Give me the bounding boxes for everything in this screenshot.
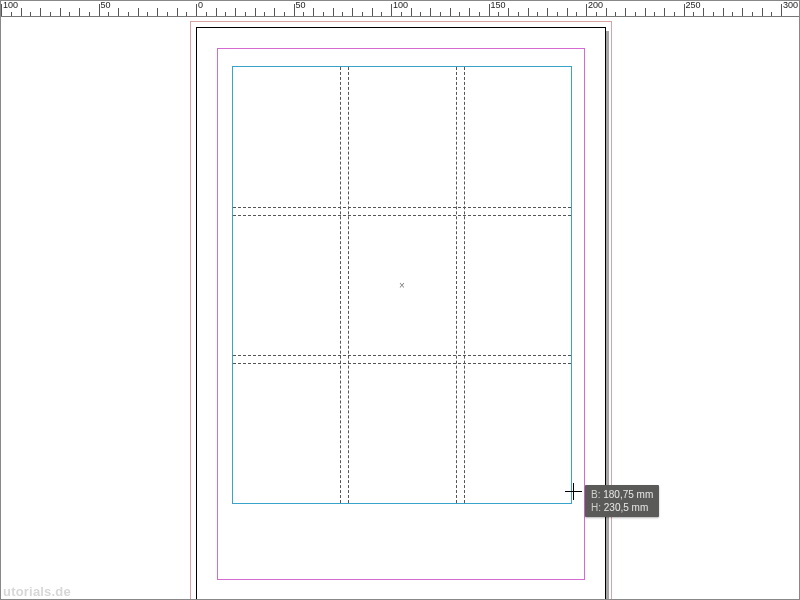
ruler-tick — [69, 12, 70, 16]
ruler-tick — [40, 8, 41, 16]
tooltip-height-label: H: — [591, 502, 601, 513]
row-guide — [233, 215, 571, 216]
ruler-tick — [216, 8, 217, 16]
watermark: utorials.de — [3, 584, 71, 599]
ruler-tick — [498, 12, 499, 16]
ruler-tick — [742, 8, 743, 16]
page[interactable]: × — [196, 27, 606, 600]
tooltip-width-value: 180,75 mm — [603, 489, 653, 500]
ruler-label: 50 — [296, 0, 306, 10]
ruler-tick — [635, 12, 636, 16]
ruler-tick — [118, 8, 119, 16]
ruler-tick — [537, 12, 538, 16]
ruler-tick — [206, 12, 207, 16]
frame-center-mark: × — [398, 281, 407, 290]
ruler-tick — [732, 12, 733, 16]
ruler-tick — [596, 12, 597, 16]
ruler-tick — [762, 8, 763, 16]
ruler-tick — [147, 12, 148, 16]
ruler-tick — [674, 12, 675, 16]
dimension-tooltip: B: 180,75 mm H: 230,5 mm — [585, 485, 659, 517]
ruler-tick — [381, 12, 382, 16]
ruler-tick — [196, 4, 197, 16]
ruler-label: 50 — [101, 0, 111, 10]
ruler-label: 100 — [393, 0, 408, 10]
ruler-horizontal[interactable]: 10050050100150200250300 — [1, 1, 800, 17]
ruler-tick — [645, 8, 646, 16]
ruler-tick — [274, 8, 275, 16]
ruler-tick — [625, 8, 626, 16]
ruler-tick — [264, 12, 265, 16]
ruler-label: 150 — [491, 0, 506, 10]
ruler-tick — [752, 12, 753, 16]
ruler-tick — [411, 8, 412, 16]
ruler-tick — [547, 8, 548, 16]
ruler-tick — [489, 4, 490, 16]
ruler-label: 200 — [588, 0, 603, 10]
ruler-tick — [138, 8, 139, 16]
ruler-tick — [713, 12, 714, 16]
tooltip-height-value: 230,5 mm — [604, 502, 648, 513]
ruler-label: 250 — [686, 0, 701, 10]
ruler-tick — [771, 12, 772, 16]
ruler-tick — [684, 4, 685, 16]
ruler-tick — [323, 12, 324, 16]
ruler-tick — [157, 8, 158, 16]
ruler-tick — [99, 4, 100, 16]
ruler-label: 0 — [198, 0, 203, 10]
ruler-tick — [50, 12, 51, 16]
ruler-tick — [108, 12, 109, 16]
ruler-tick — [235, 8, 236, 16]
ruler-tick — [30, 12, 31, 16]
column-guide — [456, 67, 457, 503]
row-guide — [233, 355, 571, 356]
ruler-tick — [450, 8, 451, 16]
ruler-tick — [781, 4, 782, 16]
ruler-tick — [479, 12, 480, 16]
tooltip-width-label: B: — [591, 489, 600, 500]
ruler-tick — [333, 8, 334, 16]
ruler-tick — [342, 12, 343, 16]
ruler-tick — [401, 12, 402, 16]
ruler-tick — [128, 12, 129, 16]
ruler-tick — [723, 8, 724, 16]
ruler-tick — [79, 8, 80, 16]
column-guide — [340, 67, 341, 503]
ruler-tick — [557, 12, 558, 16]
canvas[interactable]: × B: 180,75 mm H: 230,5 mm utorials.de — [1, 17, 800, 600]
ruler-tick — [21, 8, 22, 16]
ruler-tick — [430, 8, 431, 16]
ruler-tick — [518, 12, 519, 16]
ruler-tick — [567, 8, 568, 16]
ruler-tick — [362, 12, 363, 16]
ruler-tick — [654, 12, 655, 16]
ruler-tick — [313, 8, 314, 16]
ruler-tick — [606, 8, 607, 16]
ruler-tick — [255, 8, 256, 16]
ruler-tick — [89, 12, 90, 16]
column-guide — [348, 67, 349, 503]
ruler-tick — [459, 12, 460, 16]
ruler-tick — [284, 12, 285, 16]
ruler-tick — [391, 4, 392, 16]
ruler-tick — [294, 4, 295, 16]
ruler-tick — [372, 8, 373, 16]
ruler-tick — [11, 12, 12, 16]
ruler-tick — [615, 12, 616, 16]
ruler-tick — [60, 8, 61, 16]
ruler-tick — [352, 8, 353, 16]
ruler-tick — [508, 8, 509, 16]
drawn-frame[interactable]: × — [232, 66, 572, 504]
ruler-tick — [576, 12, 577, 16]
ruler-tick — [586, 4, 587, 16]
ruler-tick — [186, 12, 187, 16]
ruler-tick — [167, 12, 168, 16]
ruler-tick — [693, 12, 694, 16]
ruler-tick — [225, 12, 226, 16]
column-guide — [464, 67, 465, 503]
row-guide — [233, 363, 571, 364]
ruler-label: 100 — [3, 0, 18, 10]
ruler-tick — [1, 4, 2, 16]
ruler-tick — [303, 12, 304, 16]
ruler-tick — [177, 8, 178, 16]
